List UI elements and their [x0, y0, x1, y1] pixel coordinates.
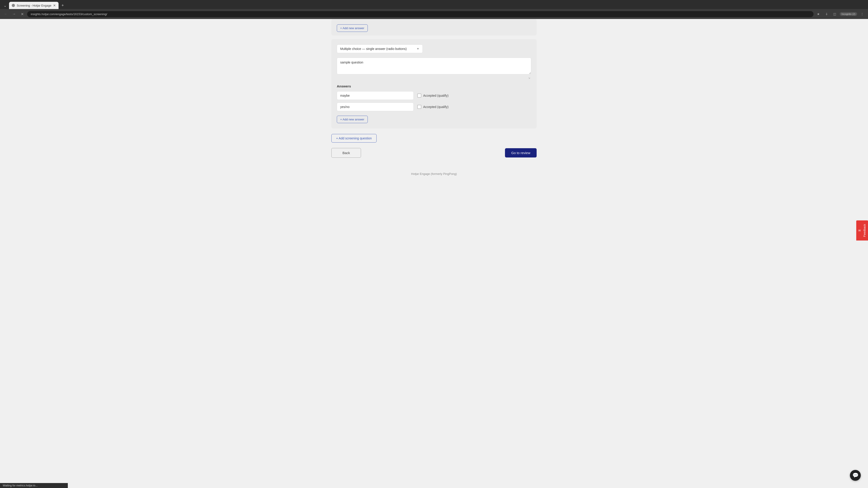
new-tab-button[interactable]: +: [59, 2, 66, 8]
main-container: Multiple choice — single answer (radio b…: [328, 39, 540, 148]
toolbar-actions: ★ ⇓ ◫ Incognito (2) ⋮: [815, 11, 865, 17]
feedback-label: Feedback: [863, 224, 866, 237]
question-type-dropdown[interactable]: Multiple choice — single answer (radio b…: [337, 44, 423, 53]
navigation-buttons: Back Go to review: [328, 148, 540, 158]
feedback-icon: ✉: [858, 229, 862, 232]
page-footer: Hotjar Engage (formerly PingPong): [408, 168, 460, 179]
chat-bubble-button[interactable]: 💬: [850, 470, 861, 481]
qualify-label-2[interactable]: Accepted (qualify): [417, 105, 448, 109]
browser-tabs: ⌄ Screening - Hotjar Engage ✕ +: [0, 0, 868, 9]
previous-card-partial: + Add new answer: [331, 19, 537, 35]
qualify-text-1: Accepted (qualify): [423, 94, 448, 97]
feedback-tab[interactable]: ✉ Feedback: [856, 220, 868, 240]
tab-favicon: [12, 4, 15, 7]
tab-title: Screening - Hotjar Engage: [17, 4, 51, 7]
answer-input-1[interactable]: [337, 91, 414, 100]
qualify-checkbox-2[interactable]: [417, 105, 421, 109]
add-new-answer-button[interactable]: + Add new answer: [337, 116, 368, 123]
question-textarea-wrapper: sample question ⇲: [337, 58, 531, 80]
footer-text: Hotjar Engage (formerly PingPong): [411, 172, 457, 175]
answer-row: Accepted (qualify): [337, 103, 531, 111]
status-bar: Waiting for metrics.hotjar.io...: [0, 483, 68, 488]
question-card: Multiple choice — single answer (radio b…: [331, 39, 537, 129]
status-text: Waiting for metrics.hotjar.io...: [3, 484, 37, 487]
address-text: insights.hotjar.com/engage/tests/16153/c…: [31, 12, 107, 16]
add-screening-btn-label: + Add screening question: [336, 136, 372, 140]
dropdown-selected-value: Multiple choice — single answer (radio b…: [340, 47, 407, 51]
reload-button[interactable]: ✕: [19, 11, 25, 17]
bookmark-button[interactable]: ★: [815, 11, 822, 17]
answer-row: Accepted (qualify): [337, 91, 531, 100]
previous-section-partial: + Add new answer: [328, 19, 540, 39]
extension-button[interactable]: ◫: [832, 11, 838, 17]
address-bar[interactable]: insights.hotjar.com/engage/tests/16153/c…: [27, 11, 813, 17]
active-tab[interactable]: Screening - Hotjar Engage ✕: [9, 2, 59, 9]
download-button[interactable]: ⇓: [824, 11, 830, 17]
top-add-new-answer-button[interactable]: + Add new answer: [337, 24, 368, 32]
tab-switcher[interactable]: ⌄: [2, 2, 8, 8]
incognito-badge[interactable]: Incognito (2): [840, 12, 857, 16]
answers-section-label: Answers: [337, 84, 531, 88]
answer-input-2[interactable]: [337, 103, 414, 111]
menu-button[interactable]: ⋮: [859, 11, 865, 17]
page-content: + Add new answer Multiple choice — singl…: [0, 19, 868, 488]
tab-close-button[interactable]: ✕: [53, 4, 56, 7]
add-answer-btn-label: + Add new answer: [340, 118, 364, 121]
qualify-label-1[interactable]: Accepted (qualify): [417, 94, 448, 98]
question-textarea[interactable]: sample question: [337, 58, 531, 74]
qualify-checkbox-1[interactable]: [417, 94, 421, 98]
browser-chrome: ⌄ Screening - Hotjar Engage ✕ + ← → ✕ in…: [0, 0, 868, 19]
go-to-review-button[interactable]: Go to review: [505, 148, 537, 158]
dropdown-arrow-icon: ▼: [416, 47, 419, 51]
forward-nav-button[interactable]: →: [11, 11, 17, 17]
back-nav-button[interactable]: ←: [3, 11, 9, 17]
browser-toolbar: ← → ✕ insights.hotjar.com/engage/tests/1…: [0, 9, 868, 19]
qualify-text-2: Accepted (qualify): [423, 105, 448, 109]
add-screening-question-button[interactable]: + Add screening question: [331, 134, 377, 142]
resize-handle-icon: ⇲: [528, 77, 530, 79]
back-button[interactable]: Back: [331, 148, 361, 158]
